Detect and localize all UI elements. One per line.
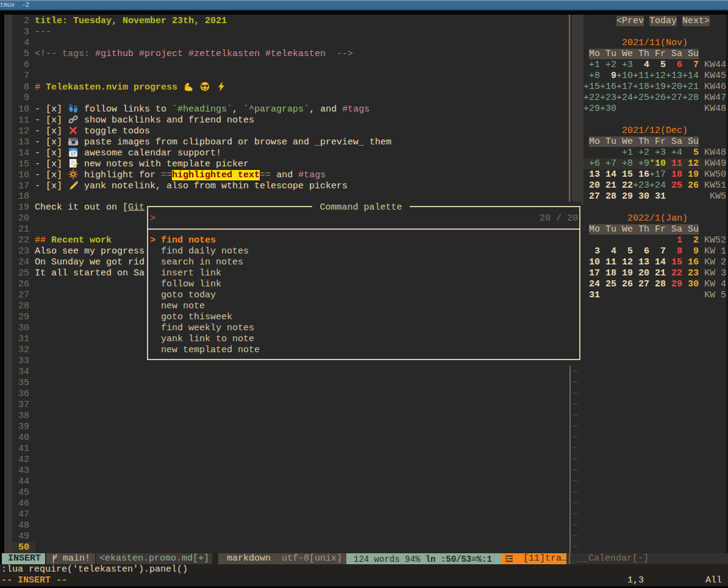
svg-text:17: 17: [71, 151, 76, 157]
